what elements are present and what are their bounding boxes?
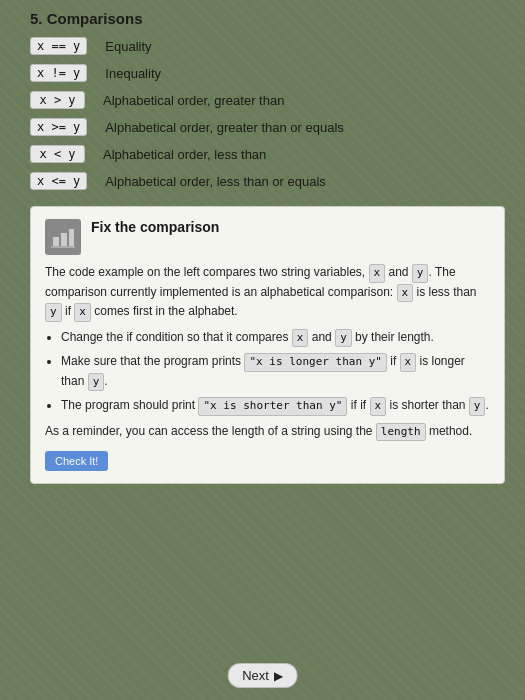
- comp-code-6: x <= y: [30, 172, 87, 190]
- comp-code-2: x != y: [30, 64, 87, 82]
- fix-comparison-box: Fix the comparison The code example on t…: [30, 206, 505, 484]
- var-y-inline: y: [412, 264, 429, 283]
- var-x2-inline: x: [397, 284, 414, 303]
- next-button-container: Next ▶: [227, 663, 298, 688]
- bullet2-x: x: [400, 353, 417, 372]
- svg-rect-3: [51, 246, 75, 248]
- bullet-2: Make sure that the program prints "x is …: [61, 352, 490, 391]
- bullet1-y: y: [335, 329, 352, 348]
- fix-bullets: Change the if condition so that it compa…: [61, 328, 490, 416]
- bullet3-y: y: [469, 397, 486, 416]
- comp-desc-2: Inequality: [105, 66, 161, 81]
- bullet2-code: "x is longer than y": [244, 353, 386, 372]
- comp-desc-5: Alphabetical order, less than: [103, 147, 266, 162]
- comp-code-5: x < y: [30, 145, 85, 163]
- comp-desc-6: Alphabetical order, less than or equals: [105, 174, 325, 189]
- check-it-button[interactable]: Check It!: [45, 451, 108, 471]
- comp-code-4: x >= y: [30, 118, 87, 136]
- comp-code-3: x > y: [30, 91, 85, 109]
- svg-rect-0: [53, 237, 59, 247]
- comparison-row-3: x > y Alphabetical order, greater than: [30, 89, 505, 111]
- comparison-row-6: x <= y Alphabetical order, less than or …: [30, 170, 505, 192]
- length-method-code: length: [376, 423, 426, 442]
- svg-rect-1: [61, 233, 67, 247]
- comp-desc-1: Equality: [105, 39, 151, 54]
- comparison-row-4: x >= y Alphabetical order, greater than …: [30, 116, 505, 138]
- bullet3-x: x: [370, 397, 387, 416]
- svg-rect-2: [69, 229, 74, 247]
- fix-title: Fix the comparison: [91, 219, 219, 235]
- comp-code-1: x == y: [30, 37, 87, 55]
- comparisons-table: x == y Equality x != y Inequality x > y …: [30, 35, 505, 192]
- next-arrow-icon: ▶: [274, 669, 283, 683]
- bullet1-x: x: [292, 329, 309, 348]
- bullet-3: The program should print "x is shorter t…: [61, 396, 490, 416]
- var-x-inline: x: [369, 264, 386, 283]
- bullet3-code: "x is shorter than y": [198, 397, 347, 416]
- fix-body: The code example on the left compares tw…: [45, 263, 490, 471]
- fix-header: Fix the comparison: [45, 219, 490, 255]
- comp-desc-3: Alphabetical order, greater than: [103, 93, 284, 108]
- var-y2-inline: y: [45, 303, 62, 322]
- comparison-row-2: x != y Inequality: [30, 62, 505, 84]
- bullet-1: Change the if condition so that it compa…: [61, 328, 490, 348]
- comp-desc-4: Alphabetical order, greater than or equa…: [105, 120, 344, 135]
- comparison-row-1: x == y Equality: [30, 35, 505, 57]
- fix-reminder: As a reminder, you can access the length…: [45, 422, 490, 442]
- fix-icon: [45, 219, 81, 255]
- section-title: 5. Comparisons: [30, 10, 505, 27]
- fix-para-1: The code example on the left compares tw…: [45, 263, 490, 322]
- next-button[interactable]: Next ▶: [227, 663, 298, 688]
- bullet2-y: y: [88, 373, 105, 392]
- comparison-row-5: x < y Alphabetical order, less than: [30, 143, 505, 165]
- next-label: Next: [242, 668, 269, 683]
- var-x3-inline: x: [74, 303, 91, 322]
